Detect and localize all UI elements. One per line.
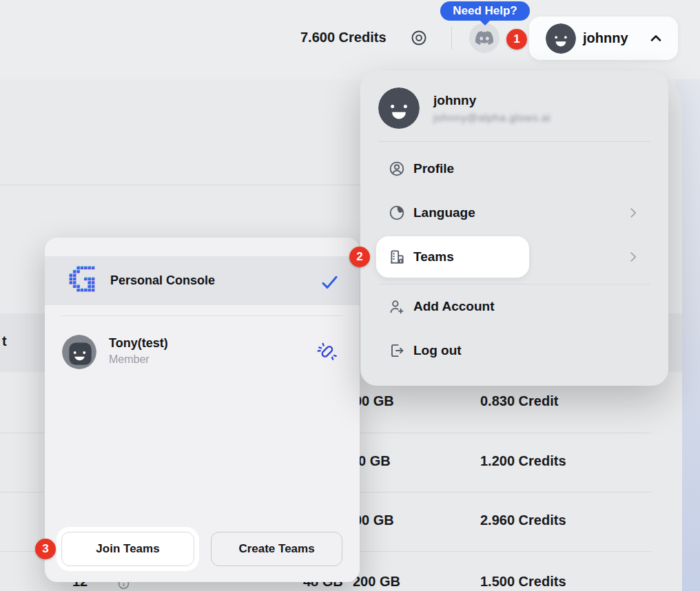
user-avatar <box>378 87 420 129</box>
user-avatar <box>546 23 576 54</box>
user-dropdown-menu: johnny johnny@alpha.glows.ai Profile Lan… <box>360 71 668 386</box>
unlink-icon[interactable] <box>316 341 337 362</box>
table-cell-storage: 00 GB <box>354 393 394 409</box>
discord-notification-badge: 1 <box>506 29 527 50</box>
menu-item-profile[interactable]: Profile <box>360 147 668 191</box>
menu-item-add-account[interactable]: Add Account <box>360 284 668 329</box>
menu-item-logout[interactable]: Log out <box>360 329 668 373</box>
dropdown-divider <box>378 141 650 142</box>
globe-icon <box>388 204 406 222</box>
table-cell-storage: 200 GB <box>353 574 400 590</box>
partial-row-text: t <box>2 333 7 349</box>
team-name: Tony(test) <box>109 336 168 351</box>
logout-icon <box>388 342 406 360</box>
table-cell-price: 1.200 Credits <box>480 453 566 469</box>
create-teams-button[interactable]: Create Teams <box>211 532 342 566</box>
table-cell-price: 0.830 Credit <box>480 393 558 409</box>
user-menu-button[interactable]: johnny <box>529 17 678 60</box>
glows-logo-icon <box>69 266 99 296</box>
credits-balance: 7.600 Credits <box>300 30 387 45</box>
teams-switcher-panel: Personal Console Tony(test) Member <box>45 238 360 582</box>
menu-item-label: Log out <box>413 343 462 358</box>
chevron-up-icon <box>648 30 664 47</box>
check-icon <box>320 273 339 291</box>
table-cell-price: 2.960 Credits <box>480 512 566 528</box>
menu-item-label: Add Account <box>413 299 495 314</box>
menu-item-label: Profile <box>413 161 454 176</box>
menu-item-label: Teams <box>413 249 454 265</box>
screen: t 00 GB 0.830 Credit 0 GB 1.200 Credits … <box>0 0 700 591</box>
topbar-divider <box>451 27 452 50</box>
teams-building-icon <box>388 248 406 266</box>
chevron-right-icon <box>626 249 641 265</box>
dropdown-profile-header: johnny johnny@alpha.glows.ai <box>378 87 550 129</box>
table-cell-storage: 00 GB <box>354 512 394 528</box>
table-cell-storage: 0 GB <box>358 453 391 469</box>
dropdown-username: johnny <box>433 93 550 108</box>
discord-button[interactable] <box>469 23 500 53</box>
join-teams-label: Join Teams <box>96 542 159 556</box>
username-label: johnny <box>583 30 628 46</box>
dropdown-email-blurred: johnny@alpha.glows.ai <box>433 112 550 124</box>
personal-console-label: Personal Console <box>110 273 215 288</box>
need-help-label: Need Help? <box>453 4 517 18</box>
create-teams-label: Create Teams <box>238 542 314 556</box>
eye-icon[interactable] <box>410 29 428 47</box>
menu-item-language[interactable]: Language <box>360 191 668 235</box>
discord-icon <box>475 29 493 47</box>
step-badge-2: 2 <box>349 247 370 267</box>
step-badge-3: 3 <box>35 539 56 559</box>
join-teams-button[interactable]: Join Teams <box>61 532 194 566</box>
chevron-right-icon <box>626 205 641 220</box>
panel-divider <box>61 315 343 316</box>
profile-icon <box>388 160 406 178</box>
user-plus-icon <box>388 298 406 315</box>
team-role: Member <box>109 353 168 366</box>
menu-item-label: Language <box>413 205 475 220</box>
table-cell-price: 1.500 Credits <box>480 574 566 590</box>
team-avatar <box>62 335 96 369</box>
personal-console-item[interactable]: Personal Console <box>45 256 360 305</box>
need-help-tooltip: Need Help? <box>440 1 530 21</box>
menu-item-teams[interactable]: Teams <box>360 235 668 279</box>
team-item-tony[interactable]: Tony(test) Member <box>62 335 344 371</box>
